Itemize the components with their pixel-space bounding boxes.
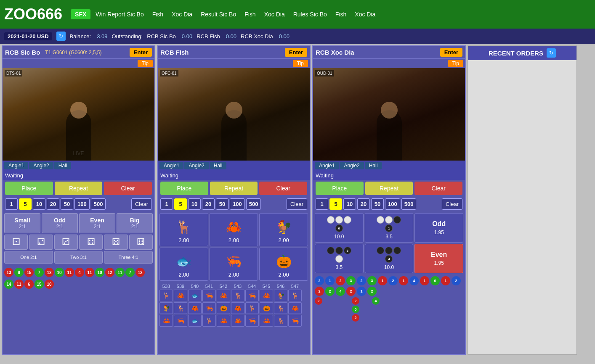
xocdia-clear-button[interactable]: Clear <box>414 182 462 195</box>
xocdia-chip-1[interactable]: 1 <box>316 198 328 210</box>
fish-angle2-tab[interactable]: Angle2 <box>184 162 208 169</box>
sicbo-enter-button[interactable]: Enter <box>130 48 152 57</box>
sicbo-place-button[interactable]: Place <box>5 182 53 195</box>
bet-odd[interactable]: Odd 2:1 <box>42 213 78 233</box>
chip-50[interactable]: 50 <box>61 198 73 210</box>
recent-orders-refresh[interactable]: ↻ <box>547 48 556 58</box>
fish-chip-clear[interactable]: Clear <box>287 198 307 210</box>
sicbo-repeat-button[interactable]: Repeat <box>55 182 103 195</box>
xd-odd[interactable]: Odd 1.95 <box>414 213 463 243</box>
fish-chip-100[interactable]: 100 <box>230 198 245 210</box>
bet-three41[interactable]: Three 4:1 <box>104 251 153 264</box>
refresh-button[interactable]: ↻ <box>56 32 66 41</box>
dice-six[interactable]: ⚅ <box>129 235 153 250</box>
fish-gourd[interactable]: 🎃 2.00 <box>259 248 308 281</box>
xocdia-chip-10[interactable]: 10 <box>343 198 356 210</box>
chip-5[interactable]: 5 <box>19 198 32 210</box>
coin-w3 <box>344 216 351 224</box>
dice-three[interactable]: ⚂ <box>54 235 78 250</box>
bet-two31[interactable]: Two 3:1 <box>54 251 103 264</box>
xocdia-tip-button[interactable]: Tip <box>448 60 463 67</box>
rcb-sicbo-label: RCB Sic Bo <box>147 33 176 40</box>
dice-four[interactable]: ⚃ <box>79 235 103 250</box>
fish-angle1-tab[interactable]: Angle1 <box>159 162 183 169</box>
sicbo-clear-button[interactable]: Clear <box>104 182 152 195</box>
bet-even[interactable]: Even 2:1 <box>79 213 115 233</box>
coin-b1: 0 <box>335 224 343 232</box>
balance-label: Balance: <box>70 33 91 40</box>
fish-clear-button[interactable]: Clear <box>259 182 307 195</box>
fish-enter-button[interactable]: Enter <box>285 48 307 57</box>
fish-tip-button[interactable]: Tip <box>293 60 308 67</box>
chip-1[interactable]: 1 <box>5 198 18 210</box>
chip-500[interactable]: 500 <box>91 198 106 210</box>
fish-hall-tab[interactable]: Hall <box>210 162 227 169</box>
nav-rules-sicbo[interactable]: Rules Sic Bo <box>290 9 330 19</box>
outstanding-label: Outstanding: <box>112 33 143 40</box>
xocdia-chip-20[interactable]: 20 <box>357 198 370 210</box>
nav-sfx[interactable]: SFX <box>71 9 90 19</box>
xd-sub-2c: 2 <box>352 314 359 322</box>
fish-chip-500[interactable]: 500 <box>246 198 261 210</box>
nav-win-report[interactable]: Win Report Sic Bo <box>92 9 147 19</box>
xocdia-chip-500[interactable]: 500 <box>401 198 417 210</box>
xd-3b1w[interactable]: 3 3.5 <box>315 244 364 273</box>
nav-fish1[interactable]: Fish <box>149 9 167 19</box>
nav-xocdia1[interactable]: Xoc Dia <box>168 9 196 19</box>
dice-two[interactable]: ⚁ <box>29 235 53 250</box>
rcb-xocdia-value: 0.00 <box>279 33 290 40</box>
fish-chip-20[interactable]: 20 <box>202 198 215 210</box>
fish-chicken[interactable]: 🐓 2.00 <box>259 213 308 246</box>
coin-b10: 4 <box>385 255 393 263</box>
nav-xocdia2[interactable]: Xoc Dia <box>261 9 288 19</box>
hist-15b: 15 <box>35 280 44 289</box>
xocdia-chip-5[interactable]: 5 <box>329 198 342 210</box>
xd-hist-4b: 4 <box>336 287 345 296</box>
chip-10[interactable]: 10 <box>33 198 45 210</box>
xd-3w1b[interactable]: 0 10.0 <box>315 213 364 243</box>
xocdia-chip-clear[interactable]: Clear <box>442 198 462 210</box>
fish-chip-50[interactable]: 50 <box>216 198 228 210</box>
xocdia-angle2-tab[interactable]: Angle2 <box>340 162 364 169</box>
fish-repeat-button[interactable]: Repeat <box>210 182 258 195</box>
nav-fish3[interactable]: Fish <box>332 9 350 19</box>
fish-place-button[interactable]: Place <box>160 182 208 195</box>
xd-4b[interactable]: 4 10.0 <box>365 244 414 273</box>
coin-w1 <box>327 216 335 224</box>
fish-deer[interactable]: 🦌 2.00 <box>159 213 208 246</box>
dice-one[interactable]: ⚀ <box>4 235 28 250</box>
nav-result-sicbo[interactable]: Result Sic Bo <box>197 9 239 19</box>
xocdia-tip-wrapper: Tip <box>313 59 465 68</box>
sicbo-angle1-tab[interactable]: Angle1 <box>4 162 28 169</box>
sicbo-hall-tab[interactable]: Hall <box>54 162 72 169</box>
xocdia-repeat-button[interactable]: Repeat <box>365 182 413 195</box>
xocdia-enter-button[interactable]: Enter <box>440 48 462 57</box>
bet-big[interactable]: Big 2:1 <box>117 213 153 233</box>
info-bar: 2021-01-20 USD ↻ Balance: 3.09 Outstandi… <box>0 29 595 44</box>
nav-fish2[interactable]: Fish <box>241 9 259 19</box>
fish-crab[interactable]: 🦀 2.00 <box>210 213 258 246</box>
fish-chip-10[interactable]: 10 <box>188 198 201 210</box>
sicbo-tip-button[interactable]: Tip <box>138 60 153 67</box>
chip-100[interactable]: 100 <box>74 198 90 210</box>
dice-five[interactable]: ⚄ <box>104 235 128 250</box>
fish-fish[interactable]: 🐟 2.00 <box>159 248 208 281</box>
nav-xocdia3[interactable]: Xoc Dia <box>351 9 379 19</box>
xocdia-hall-tab[interactable]: Hall <box>365 162 382 169</box>
xocdia-chip-50[interactable]: 50 <box>371 198 384 210</box>
chip-20[interactable]: 20 <box>47 198 59 210</box>
xd-2w2b[interactable]: 1 3.5 <box>365 213 414 243</box>
xd-even[interactable]: Even 1.95 <box>414 244 463 273</box>
xocdia-chip-100[interactable]: 100 <box>385 198 400 210</box>
fish-prawn[interactable]: 🦐 2.00 <box>210 248 258 281</box>
rcb-xocdia-label: RCB Xoc Dia <box>241 33 273 40</box>
sicbo-chip-clear[interactable]: Clear <box>131 198 152 210</box>
xocdia-place-button[interactable]: Place <box>316 182 364 195</box>
bet-small[interactable]: Small 2:1 <box>4 213 40 233</box>
sicbo-angle2-tab[interactable]: Angle2 <box>29 162 53 169</box>
xd-hist-1a: 1 <box>325 276 335 285</box>
fish-chip-1[interactable]: 1 <box>160 198 173 210</box>
bet-one21[interactable]: One 2:1 <box>4 251 53 264</box>
xocdia-angle1-tab[interactable]: Angle1 <box>315 162 339 169</box>
fish-chip-5[interactable]: 5 <box>174 198 187 210</box>
